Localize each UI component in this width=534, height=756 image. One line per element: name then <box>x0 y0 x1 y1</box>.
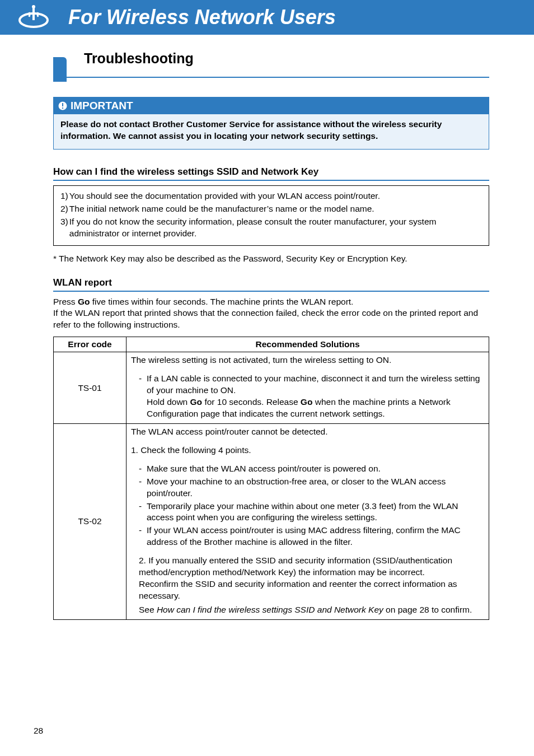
table-row: TS-02 The WLAN access point/router canno… <box>54 423 489 619</box>
solution-cell: The WLAN access point/router cannot be d… <box>127 423 489 619</box>
text-fragment: Hold down <box>147 397 190 407</box>
section-tab-marker <box>53 57 67 82</box>
text-fragment: If the WLAN report that printed shows th… <box>53 308 478 329</box>
important-body: Please do not contact Brother Customer S… <box>54 114 489 149</box>
important-header: IMPORTANT <box>54 97 489 114</box>
list-number: 2) <box>60 203 68 215</box>
list-text: If you do not know the security informat… <box>68 216 482 240</box>
go-key-label: Go <box>190 397 203 407</box>
page-number: 28 <box>34 726 43 736</box>
text-fragment: on page 28 to confirm. <box>383 605 472 614</box>
solution-text: Reconfirm the SSID and security informat… <box>139 579 457 600</box>
page-header: For Wireless Network Users <box>0 0 534 35</box>
error-code-table: Error code Recommended Solutions TS-01 T… <box>53 337 489 620</box>
table-header-row: Error code Recommended Solutions <box>54 337 489 352</box>
text-fragment: Press <box>53 297 78 306</box>
section-heading: Troubleshooting <box>53 50 489 78</box>
dash-bullet: - <box>139 501 147 524</box>
important-callout: IMPORTANT Please do not contact Brother … <box>53 97 489 150</box>
solution-text: The WLAN access point/router cannot be d… <box>131 426 484 438</box>
important-label: IMPORTANT <box>71 100 133 112</box>
solution-text: 1. Check the following 4 points. <box>131 445 484 456</box>
list-text: You should see the documentation provide… <box>68 190 380 202</box>
dash-bullet: - <box>139 463 147 475</box>
cross-reference: How can I find the wireless settings SSI… <box>157 605 383 614</box>
svg-rect-4 <box>62 103 63 106</box>
wlan-report-paragraph: Press Go five times within four seconds.… <box>53 296 489 332</box>
footnote: * The Network Key may also be described … <box>53 254 489 264</box>
svg-point-2 <box>32 5 35 8</box>
text-fragment: for 10 seconds. Release <box>202 397 301 407</box>
section-title: Troubleshooting <box>53 50 489 77</box>
svg-rect-5 <box>62 108 63 109</box>
subheading-wlan-report: WLAN report <box>53 277 489 292</box>
solution-text: Move your machine to an obstruction-free… <box>147 476 484 500</box>
go-key-label: Go <box>301 397 313 407</box>
wireless-icon <box>16 0 51 35</box>
alert-icon <box>58 101 67 110</box>
subheading-find-settings: How can I find the wireless settings SSI… <box>53 166 489 181</box>
col-error-code: Error code <box>54 337 127 352</box>
text-fragment: See <box>139 605 157 614</box>
col-recommended-solutions: Recommended Solutions <box>127 337 489 352</box>
list-text: The initial network name could be the ma… <box>68 203 374 215</box>
text-fragment: five times within four seconds. The mach… <box>90 297 353 306</box>
solution-cell: The wireless setting is not activated, t… <box>127 352 489 424</box>
solution-text: The wireless setting is not activated, t… <box>131 354 484 366</box>
solution-text: If your WLAN access point/router is usin… <box>147 525 484 548</box>
dash-bullet: - <box>139 476 147 500</box>
go-key-label: Go <box>78 297 90 306</box>
dash-bullet: - <box>139 525 147 548</box>
error-code-cell: TS-01 <box>54 352 127 424</box>
page-header-title: For Wireless Network Users <box>68 6 336 29</box>
list-number: 3) <box>60 216 68 240</box>
solution-text: Make sure that the WLAN access point/rou… <box>147 463 484 475</box>
list-number: 1) <box>60 190 68 202</box>
solution-text: If a LAN cable is connected to your mach… <box>147 374 480 395</box>
dash-bullet: - <box>139 373 147 420</box>
table-row: TS-01 The wireless setting is not activa… <box>54 352 489 424</box>
error-code-cell: TS-02 <box>54 423 127 619</box>
find-settings-box: 1) You should see the documentation prov… <box>53 185 489 246</box>
solution-text: 2. If you manually entered the SSID and … <box>139 556 452 577</box>
solution-text: Temporarily place your machine within ab… <box>147 501 484 524</box>
